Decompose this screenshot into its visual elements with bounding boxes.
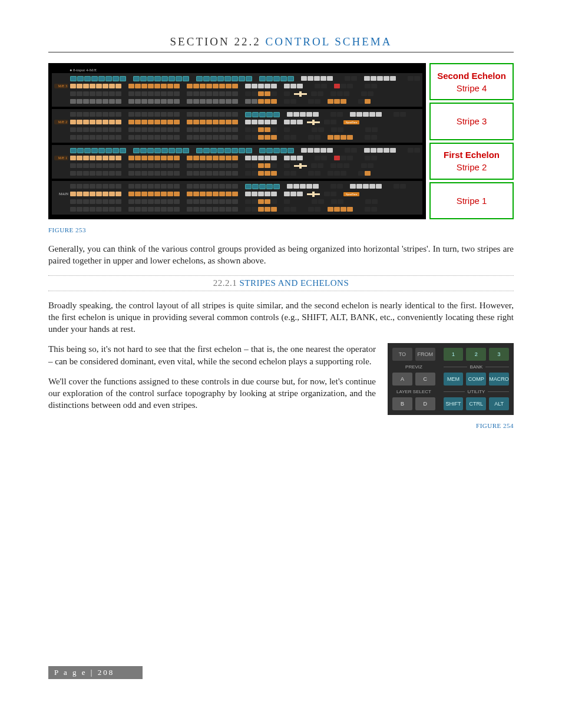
page-footer: P a g e | 208 [48,666,143,679]
button-from: FROM [415,348,435,361]
button-shift: SHIFT [444,397,464,410]
page-number: 208 [98,668,115,677]
stripe-label: Stripe 3 [457,116,487,126]
button-ctrl: CTRL [466,397,486,410]
label-layer-select: LAYER SELECT [392,389,435,394]
paragraph-2: Broadly speaking, the control layout of … [48,299,514,335]
button-alt: ALT [489,397,509,410]
console-panel: ● 8-input 4-M/E [48,63,426,219]
echelon-labels: Second Echelon Stripe 4 Stripe 3 First E… [429,63,514,219]
subsection-number: 22.2.1 [213,278,237,288]
subsection-header: 22.2.1 STRIPES AND ECHELONS [48,275,514,291]
sync-label: SyncPara [343,120,359,124]
figure-254: TO FROM 1 2 3 PREVIZ BANK A C [388,343,514,415]
label-utility: UTILITY [468,389,485,394]
subsection-title: STRIPES AND ECHELONS [239,278,349,288]
stripe-2: M/E 1 [52,145,422,179]
label-stripe-1: Stripe 1 [429,182,514,219]
stripe-1: MAIN SyncPara [52,181,422,215]
button-d: D [415,397,435,410]
echelon-label: Second Echelon [437,71,506,81]
console-title: ● 8-input 4-M/E [70,68,422,73]
t-bar-icon [307,193,320,195]
button-2: 2 [466,348,486,361]
label-stripe-3: Stripe 3 [429,103,514,140]
button-mem: MEM [444,373,464,386]
row-label-main: MAIN [54,192,68,196]
figure-253: ● 8-input 4-M/E [48,63,514,219]
row-label-mv1: M/E 1 [54,156,68,160]
sync-label: SyncPara [343,192,359,196]
t-bar-icon [294,165,307,167]
button-comp: COMP [466,373,486,386]
label-stripe-4: Second Echelon Stripe 4 [429,63,514,100]
echelon-label: First Echelon [444,150,500,160]
button-macro: MACRO [489,373,509,386]
label-previz: PREVIZ [392,364,435,370]
paragraph-4: We'll cover the functions assigned to th… [48,375,376,411]
figure-254-caption: FIGURE 254 [388,422,514,429]
footer-label: P a g e | [54,668,94,677]
stripe-3: M/E 2 SyncPara [52,109,422,143]
button-to: TO [392,348,412,361]
stripe-label: Stripe 2 [457,162,487,172]
label-bank: BANK [470,364,483,370]
button-a: A [392,373,412,386]
button-b: B [392,397,412,410]
paragraph-1: Generally, you can think of the various … [48,243,514,267]
section-number: SECTION 22.2 [170,35,261,48]
paragraph-3: This being so, it's not hard to see that… [48,343,376,367]
stripe-label: Stripe 4 [457,83,487,93]
button-1: 1 [444,348,464,361]
section-header: SECTION 22.2 CONTROL SCHEMA [48,35,514,52]
section-title: CONTROL SCHEMA [266,35,392,48]
button-3: 3 [489,348,509,361]
t-bar-icon [294,93,307,95]
stripe-label: Stripe 1 [457,196,487,206]
button-c: C [415,373,435,386]
row-label-mv2: M/E 2 [54,120,68,124]
stripe-4: M/E 3 [52,73,422,107]
label-stripe-2: First Echelon Stripe 2 [429,143,514,180]
row-label-mv3: M/E 3 [54,84,68,88]
figure-253-caption: FIGURE 253 [48,226,514,233]
t-bar-icon [307,121,320,123]
